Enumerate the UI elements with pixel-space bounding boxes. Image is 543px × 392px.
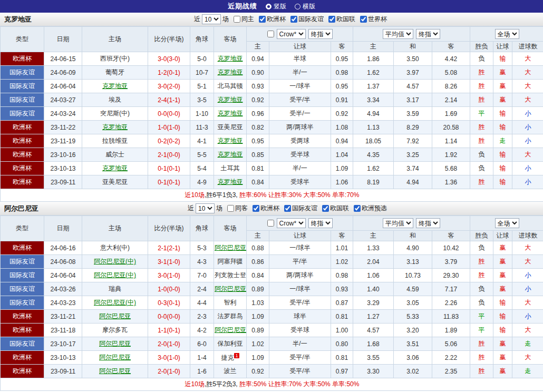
avg-home-odds: 1.33 <box>353 241 394 255</box>
avg-home-odds: 4.57 <box>353 324 394 337</box>
competition-filter-3[interactable]: 欧洲预选 <box>354 204 387 213</box>
home-team-cell: 意大利(中) <box>82 241 148 255</box>
focus-team-link[interactable]: 克罗地亚 <box>218 96 243 103</box>
result-handicap: 输 <box>493 52 512 66</box>
avg-draw-odds: 5.33 <box>394 310 432 324</box>
result-winloss: 胜 <box>470 80 493 93</box>
score-cell: 3-0(1-0) <box>148 351 190 365</box>
bookmaker-select[interactable]: Crow* <box>277 29 306 39</box>
summary-segment: ,胜5平2负3, <box>205 380 239 388</box>
focus-team-link[interactable]: 克罗地亚 <box>102 82 128 90</box>
focus-team-link[interactable]: 阿尔巴尼亚(中) <box>94 299 136 306</box>
competition-filter-1[interactable]: 国际友谊 <box>284 204 317 213</box>
handicap-line: 半/一 <box>269 66 331 80</box>
result-winloss: 胜 <box>470 351 493 365</box>
focus-team-link[interactable]: 克罗地亚 <box>218 110 243 117</box>
focus-team-link[interactable]: 阿尔巴尼亚(中) <box>94 271 136 279</box>
focus-team-link[interactable]: 阿尔巴尼亚 <box>99 354 131 361</box>
layout-horizontal-radio[interactable]: 横版 <box>295 2 315 11</box>
radio-icon <box>266 4 272 9</box>
competition-filter-2[interactable]: 欧国联 <box>322 204 349 213</box>
focus-team-link[interactable]: 阿尔巴尼亚 <box>99 367 131 375</box>
competition-checkbox[interactable] <box>259 16 266 23</box>
focus-team-link[interactable]: 阿尔巴尼亚 <box>99 312 131 320</box>
competition-checkbox[interactable] <box>253 205 259 212</box>
avg-away-odds: 5.06 <box>432 337 470 351</box>
focus-team-link[interactable]: 克罗地亚 <box>102 164 128 172</box>
focus-team-link[interactable]: 克罗地亚 <box>218 137 243 144</box>
competition-filter-1[interactable]: 国际友谊 <box>290 15 324 24</box>
fulltime-select[interactable]: 全场 <box>495 29 519 39</box>
handicap-home-odds: 1.03 <box>247 296 269 310</box>
avg-draw-odds: 3.51 <box>394 337 432 351</box>
competition-checkbox[interactable] <box>322 205 329 212</box>
same-home-checkbox[interactable] <box>234 16 240 23</box>
home-team-cell: 拉脱维亚 <box>82 134 148 148</box>
layout-vertical-radio[interactable]: 竖版 <box>266 2 286 11</box>
focus-team-link[interactable]: 阿尔巴尼亚 <box>99 340 131 347</box>
focus-team-link[interactable]: 阿尔巴尼亚(中) <box>94 258 136 265</box>
summary-segment: 让胜率:70% <box>266 380 302 388</box>
competition-type: 欧洲杯 <box>1 175 44 189</box>
fulltime-select[interactable]: 全场 <box>495 218 519 228</box>
away-team-cell: 克罗地亚 <box>214 148 247 162</box>
same-away-checkbox[interactable] <box>227 205 234 212</box>
competition-filter-3[interactable]: 世界杯 <box>360 15 387 24</box>
avg-away-odds: 4.42 <box>432 52 470 66</box>
result-handicap: 输 <box>493 107 512 121</box>
result-winloss: 负 <box>470 296 493 310</box>
final-odds-select[interactable]: 终指 <box>308 29 333 39</box>
competition-filter-2[interactable]: 欧国联 <box>328 15 355 24</box>
sub-col-goals: 进球数 <box>512 42 543 52</box>
focus-team-link[interactable]: 克罗地亚 <box>218 151 243 158</box>
team-name: 突尼斯(中) <box>100 110 130 117</box>
focus-team-link[interactable]: 阿尔巴尼亚 <box>215 285 246 292</box>
average-odds-select[interactable]: 平均值 <box>383 29 413 39</box>
col-corners: 角球 <box>190 27 214 52</box>
score-cell: 0-2(0-2) <box>148 134 190 148</box>
bookmaker-select[interactable]: Crow* <box>277 218 306 228</box>
team-name: 法罗群岛 <box>218 312 243 320</box>
competition-checkbox[interactable] <box>354 205 361 212</box>
final-odds-select[interactable]: 终指 <box>308 218 333 228</box>
focus-team-link[interactable]: 克罗地亚 <box>102 123 128 131</box>
col-home: 主场 <box>82 216 148 241</box>
match-date: 23-09-11 <box>44 175 82 189</box>
focus-team-link[interactable]: 克罗地亚 <box>218 178 243 185</box>
match-row: 国际友谊24-03-26瑞典1-0(0-0)2-4阿尔巴尼亚0.89一/球半0.… <box>1 282 543 296</box>
competition-checkbox[interactable] <box>360 16 367 23</box>
final-odds-select-2[interactable]: 终指 <box>416 29 440 39</box>
handicap-line: 受平/半 <box>269 351 331 365</box>
result-winloss: 胜 <box>470 93 493 107</box>
competition-checkbox[interactable] <box>328 16 335 23</box>
handicap-line: 受平/半 <box>269 296 331 310</box>
focus-team-link[interactable]: 克罗地亚 <box>218 55 243 62</box>
corners-cell: 2-3 <box>190 310 214 324</box>
competition-filter-0[interactable]: 欧洲杯 <box>259 15 286 24</box>
result-winloss: 胜 <box>470 134 493 148</box>
avg-home-odds: 1.06 <box>353 269 394 282</box>
final-odds-select-2[interactable]: 终指 <box>416 218 440 228</box>
handicap-away-odds: 1.09 <box>331 162 353 175</box>
away-team-cell: 克罗地亚 <box>214 107 247 121</box>
team-name: 捷克 <box>221 354 234 361</box>
result-handicap: 赢 <box>493 351 512 365</box>
recent-count-select[interactable]: 10 <box>196 203 215 213</box>
focus-team-link[interactable]: 克罗地亚 <box>218 68 243 76</box>
same-venue-filter[interactable]: 同客 <box>227 204 248 213</box>
away-team-cell: 阿塞拜疆 <box>214 255 247 269</box>
average-odds-select[interactable]: 平均值 <box>383 218 413 228</box>
recent-count-select[interactable]: 10 <box>202 14 221 24</box>
same-venue-filter[interactable]: 同主 <box>234 15 254 24</box>
competition-checkbox[interactable] <box>290 16 297 23</box>
bookmaker-odds-checkbox[interactable] <box>267 220 274 227</box>
result-winloss: 胜 <box>470 269 493 282</box>
bookmaker-odds-checkbox[interactable] <box>267 31 274 37</box>
competition-filter-0[interactable]: 欧洲杯 <box>253 204 279 213</box>
competition-type: 欧洲杯 <box>1 52 44 66</box>
focus-team-link[interactable]: 阿尔巴尼亚 <box>215 326 246 334</box>
team-name-title: 克罗地亚 <box>4 15 32 24</box>
competition-checkbox[interactable] <box>284 205 291 212</box>
focus-team-link[interactable]: 阿尔巴尼亚 <box>215 244 246 251</box>
same-venue-label: 同客 <box>235 204 248 213</box>
